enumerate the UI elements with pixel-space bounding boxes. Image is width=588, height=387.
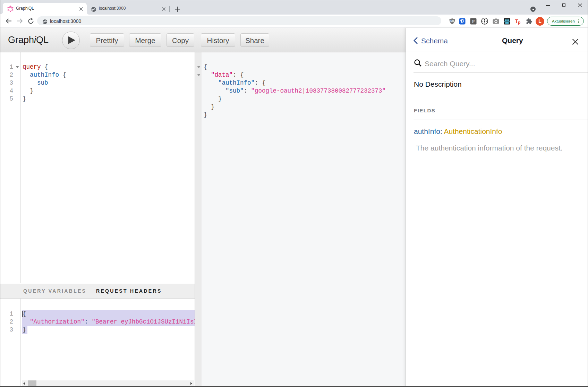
svg-text:P: P [472, 19, 475, 24]
svg-text:p: p [518, 20, 520, 25]
svg-text:UO: UO [450, 20, 454, 22]
